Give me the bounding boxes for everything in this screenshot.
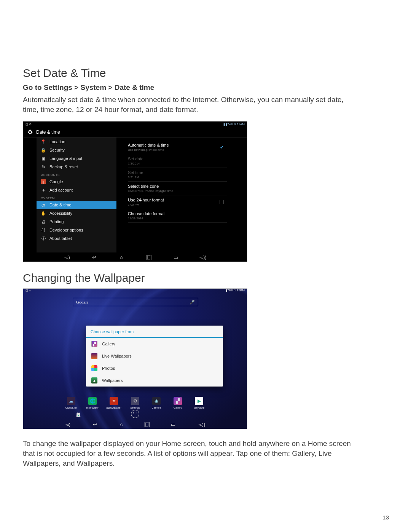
- search-brand-label: Google: [76, 300, 88, 304]
- app-label: accuweather: [106, 406, 121, 409]
- dock-app-browser[interactable]: 🌐mibrowser: [85, 397, 100, 409]
- app-label: Camera: [152, 406, 161, 409]
- row-set-date: Set date 7/3/2014: [128, 154, 227, 168]
- status-bar: ◻ ⚙ ▮ ▮74% 9:31AM: [23, 121, 247, 127]
- app-label: playstore: [194, 406, 204, 409]
- playstore-icon: ▶: [195, 397, 203, 405]
- dialog-item-live-wallpapers[interactable]: Live Wallpapers: [86, 350, 223, 362]
- row-sublabel: 12/31/2014: [128, 217, 165, 220]
- volume-up-icon[interactable]: ◅)): [198, 422, 206, 427]
- recents-icon[interactable]: ⎕⃞: [145, 254, 153, 260]
- row-label: Automatic date & time: [128, 143, 169, 147]
- row-set-time: Set time 9:31 AM: [128, 168, 227, 182]
- row-sublabel: 7/3/2014: [128, 162, 143, 165]
- dialog-item-photos[interactable]: Photos: [86, 362, 223, 374]
- settings-app-icon: ⚙: [131, 397, 139, 405]
- screenshot-icon[interactable]: ▭: [172, 254, 180, 260]
- dock-app-cloudlink[interactable]: ☁CloudLink: [64, 397, 79, 409]
- sidebar-item-about[interactable]: ⓘAbout tablet: [37, 234, 116, 243]
- settings-sidebar: 📍Location 🔒Security ▣Language & input ↻B…: [37, 137, 116, 252]
- sidebar-item-label: About tablet: [49, 236, 72, 241]
- back-icon[interactable]: ↩: [91, 254, 98, 260]
- home-icon[interactable]: ⌂: [120, 422, 123, 427]
- google-search-bar[interactable]: Google 🎤: [73, 298, 198, 306]
- sidebar-item-label: Add account: [49, 188, 73, 192]
- row-sublabel: Use network-provided time: [128, 148, 169, 152]
- apps-launcher-icon[interactable]: ⋮⋮: [131, 410, 139, 418]
- volume-down-icon[interactable]: ◅): [65, 422, 70, 427]
- camera-icon: ◉: [152, 397, 161, 405]
- checkbox-checked-icon[interactable]: ✔: [220, 145, 224, 150]
- checkbox-unchecked-icon[interactable]: [220, 200, 224, 204]
- volume-down-icon[interactable]: ◅): [64, 254, 71, 260]
- row-24hour-format[interactable]: Use 24-hour format 1:00 PM: [128, 195, 227, 209]
- row-sublabel: GMT-07:00, Pacific Daylight Time: [128, 189, 173, 193]
- home-icon[interactable]: ⌂: [118, 254, 125, 260]
- settings-main-panel: Automatic date & time Use network-provid…: [116, 137, 247, 252]
- sidebar-item-backup[interactable]: ↻Backup & reset: [37, 163, 116, 171]
- sidebar-item-security[interactable]: 🔒Security: [37, 146, 116, 154]
- app-label: Settings: [130, 406, 140, 409]
- dialog-item-label: Photos: [102, 366, 115, 371]
- browser-icon: 🌐: [88, 397, 97, 405]
- row-label: Choose date format: [128, 211, 165, 216]
- mic-icon[interactable]: 🎤: [190, 300, 195, 305]
- section2-body: To change the wallpaper displayed on you…: [23, 439, 358, 468]
- lock-icon: 🔒: [41, 148, 46, 153]
- home-dock: ☁CloudLink 🌐mibrowser ☀accuweather ⚙Sett…: [23, 397, 247, 409]
- accuweather-icon: ☀: [110, 397, 118, 405]
- dock-app-accuweather[interactable]: ☀accuweather: [106, 397, 121, 409]
- gear-icon: [27, 129, 33, 135]
- recents-icon[interactable]: ⎕⃞: [145, 422, 148, 427]
- row-date-format[interactable]: Choose date format 12/31/2014: [128, 209, 227, 223]
- gallery-icon: ▞: [91, 341, 97, 347]
- sidebar-item-label: Backup & reset: [49, 165, 78, 169]
- page-number: 13: [382, 514, 389, 521]
- screenshot-settings-datetime: ◻ ⚙ ▮ ▮74% 9:31AM Date & time 📍Location …: [23, 121, 247, 262]
- sidebar-item-developer[interactable]: { }Developer options: [37, 226, 116, 234]
- volume-up-icon[interactable]: ◅)): [199, 254, 207, 260]
- location-icon: 📍: [41, 139, 46, 144]
- sidebar-header-system: SYSTEM: [37, 194, 116, 201]
- info-icon: ⓘ: [41, 236, 46, 241]
- row-timezone[interactable]: Select time zone GMT-07:00, Pacific Dayl…: [128, 182, 227, 195]
- screenshot-wallpaper-dialog: ◻ ⌂ ▮78% 1:15PM Google 🎤 Choose wallpape…: [23, 288, 247, 429]
- sidebar-item-printing[interactable]: 🖨Printing: [37, 217, 116, 226]
- back-icon[interactable]: ↩: [93, 422, 97, 427]
- row-label: Select time zone: [128, 184, 173, 189]
- screenshot-icon[interactable]: ▭: [171, 422, 175, 427]
- cloudlink-icon: ☁: [67, 397, 75, 405]
- sidebar-item-label: Location: [49, 139, 65, 144]
- dock-app-camera[interactable]: ◉Camera: [149, 397, 164, 409]
- sidebar-item-label: Google: [49, 179, 63, 184]
- dialog-title: Choose wallpaper from: [86, 326, 223, 338]
- sidebar-item-google[interactable]: gGoogle: [37, 177, 116, 186]
- row-automatic-datetime[interactable]: Automatic date & time Use network-provid…: [128, 141, 227, 154]
- row-sublabel: 1:00 PM: [128, 203, 164, 206]
- sidebar-item-label: Security: [49, 148, 65, 152]
- dock-app-playstore[interactable]: ▶playstore: [191, 397, 207, 409]
- sidebar-item-label: Date & time: [49, 203, 71, 207]
- google-icon: g: [41, 179, 46, 184]
- dialog-item-label: Gallery: [102, 342, 115, 346]
- dock-app-gallery[interactable]: ▞Gallery: [170, 397, 185, 409]
- sidebar-item-location[interactable]: 📍Location: [37, 137, 116, 146]
- status-left-icons: ◻ ⚙: [25, 123, 32, 126]
- sidebar-item-add-account[interactable]: ＋Add account: [37, 186, 116, 194]
- wallpapers-icon: ▲: [91, 377, 97, 383]
- accessibility-icon: ✋: [41, 211, 46, 216]
- section2-heading: Changing the Wallpaper: [23, 272, 388, 284]
- row-label: Set date: [128, 157, 143, 161]
- clock-icon: ◔: [41, 203, 46, 208]
- sidebar-item-language[interactable]: ▣Language & input: [37, 154, 116, 163]
- section1-subheading: Go to Settings > System > Date & time: [23, 83, 388, 92]
- dialog-item-wallpapers[interactable]: ▲ Wallpapers: [86, 374, 223, 387]
- status-bar: ◻ ⌂ ▮78% 1:15PM: [23, 289, 247, 294]
- code-icon: { }: [41, 228, 46, 232]
- section1-heading: Set Date & Time: [23, 67, 388, 80]
- dialog-item-gallery[interactable]: ▞ Gallery: [86, 338, 223, 350]
- dock-app-settings[interactable]: ⚙Settings: [127, 397, 143, 409]
- sidebar-item-datetime[interactable]: ◔Date & time: [37, 201, 116, 209]
- sidebar-item-accessibility[interactable]: ✋Accessibility: [37, 209, 116, 217]
- live-wallpapers-icon: [91, 353, 97, 359]
